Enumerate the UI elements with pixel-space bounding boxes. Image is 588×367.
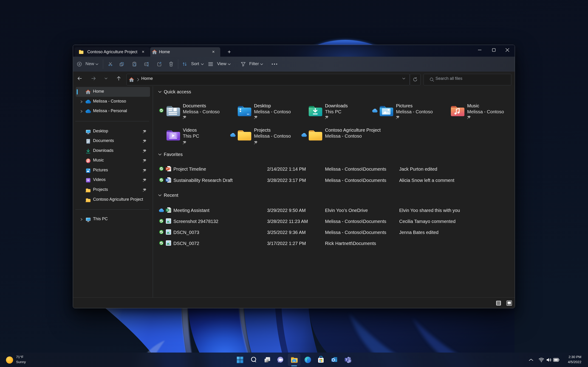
svg-text:T: T — [346, 358, 347, 361]
